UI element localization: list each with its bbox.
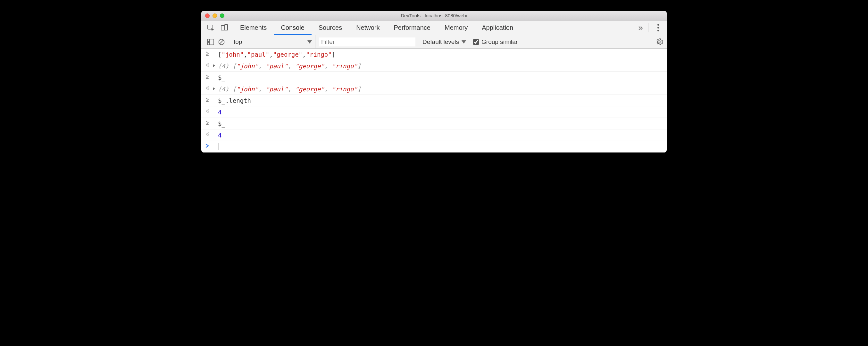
console-line[interactable]: ["john","paul","george","ringo"] <box>218 51 663 58</box>
zoom-window-button[interactable] <box>220 13 224 18</box>
svg-line-7 <box>220 40 223 44</box>
more-tabs-icon[interactable]: » <box>639 23 642 33</box>
window-title: DevTools - localhost:8080/web/ <box>201 13 667 18</box>
console-result-row: 4 <box>201 106 667 118</box>
result-marker-icon <box>205 108 212 114</box>
log-levels-select[interactable]: Default levels <box>419 38 466 45</box>
group-similar-label: Group similar <box>482 38 518 45</box>
console-toolbar: top Default levels Group similar <box>201 35 667 49</box>
svg-rect-0 <box>208 25 213 29</box>
window-controls <box>201 13 224 18</box>
spacer <box>212 143 218 144</box>
tabbar-right-tools: » <box>633 21 667 35</box>
group-similar-toggle[interactable]: Group similar <box>470 38 518 45</box>
console-line[interactable]: (4) ["john", "paul", "george", "ringo"] <box>218 85 663 93</box>
console-line[interactable]: (4) ["john", "paul", "george", "ringo"] <box>218 62 663 69</box>
svg-point-16 <box>208 134 209 135</box>
tab-performance[interactable]: Performance <box>387 21 438 35</box>
tabbar-left-tools <box>201 21 233 35</box>
device-toolbar-icon[interactable] <box>220 24 228 32</box>
group-similar-checkbox[interactable] <box>473 39 479 45</box>
expand-icon <box>212 97 218 98</box>
dropdown-icon <box>307 40 312 43</box>
log-levels-label: Default levels <box>423 38 459 45</box>
prompt-marker-icon <box>205 143 212 148</box>
separator <box>648 23 648 32</box>
input-marker-icon <box>205 74 212 79</box>
svg-point-12 <box>208 88 209 89</box>
panel-tabs: ElementsConsoleSourcesNetworkPerformance… <box>233 21 520 35</box>
expand-icon <box>212 51 218 52</box>
expand-icon[interactable] <box>212 62 218 68</box>
console-output: ["john","paul","george","ringo"](4) ["jo… <box>201 49 667 153</box>
result-marker-icon <box>205 85 212 90</box>
dropdown-icon <box>462 40 466 43</box>
console-prompt-row[interactable] <box>201 141 667 153</box>
tab-memory[interactable]: Memory <box>437 21 475 35</box>
svg-point-14 <box>208 111 209 112</box>
expand-icon <box>212 74 218 75</box>
panel-tabbar: ElementsConsoleSourcesNetworkPerformance… <box>201 21 667 35</box>
console-line[interactable]: $_.length <box>218 97 663 104</box>
svg-point-8 <box>658 41 660 42</box>
console-line[interactable]: $_ <box>218 120 663 127</box>
customize-devtools-icon[interactable] <box>655 24 661 31</box>
expand-icon <box>212 131 218 133</box>
svg-rect-2 <box>225 25 227 30</box>
minimize-window-button[interactable] <box>213 13 217 18</box>
close-window-button[interactable] <box>205 13 210 18</box>
tab-application[interactable]: Application <box>475 21 520 35</box>
result-marker-icon <box>205 62 212 67</box>
input-marker-icon <box>205 97 212 102</box>
input-marker-icon <box>205 51 212 56</box>
console-result-row: (4) ["john", "paul", "george", "ringo"] <box>201 83 667 95</box>
console-line[interactable]: 4 <box>218 131 663 139</box>
tab-elements[interactable]: Elements <box>233 21 274 35</box>
filter-input[interactable] <box>319 37 415 46</box>
expand-icon[interactable] <box>212 85 218 92</box>
execution-context-label: top <box>234 38 242 45</box>
tab-network[interactable]: Network <box>349 21 386 35</box>
clear-console-icon[interactable] <box>218 38 225 45</box>
console-settings-icon[interactable] <box>655 38 663 46</box>
show-console-sidebar-icon[interactable] <box>207 39 214 45</box>
result-marker-icon <box>205 131 212 136</box>
tab-console[interactable]: Console <box>274 21 311 35</box>
devtools-window: DevTools - localhost:8080/web/ ElementsC… <box>201 11 667 153</box>
titlebar: DevTools - localhost:8080/web/ <box>201 11 667 21</box>
expand-icon <box>212 108 218 109</box>
console-result-row: (4) ["john", "paul", "george", "ringo"] <box>201 60 667 72</box>
console-input-row: $_ <box>201 72 667 83</box>
execution-context-select[interactable]: top <box>229 35 315 49</box>
tab-sources[interactable]: Sources <box>312 21 349 35</box>
console-line[interactable]: 4 <box>218 108 663 116</box>
console-input-row: $_.length <box>201 95 667 106</box>
inspect-element-icon[interactable] <box>207 24 215 32</box>
input-marker-icon <box>205 120 212 125</box>
console-input-row: ["john","paul","george","ringo"] <box>201 49 667 60</box>
svg-point-10 <box>208 65 209 66</box>
console-input[interactable] <box>218 143 663 150</box>
console-result-row: 4 <box>201 129 667 141</box>
expand-icon <box>212 120 218 121</box>
console-input-row: $_ <box>201 118 667 129</box>
console-line[interactable]: $_ <box>218 74 663 81</box>
